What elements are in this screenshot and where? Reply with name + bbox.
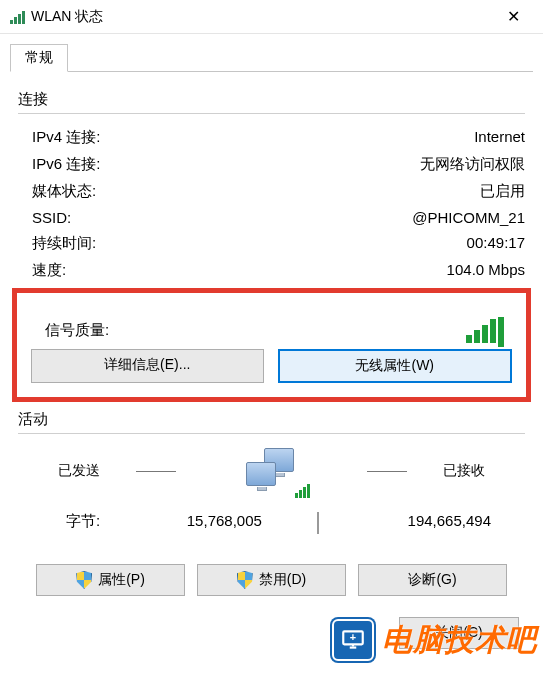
network-monitors-icon <box>242 448 302 494</box>
highlight-box: 信号质量: 详细信息(E)... 无线属性(W) <box>12 288 531 402</box>
dash-right <box>367 471 407 472</box>
label-sent: 已发送 <box>58 462 100 480</box>
row-signal: 信号质量: <box>31 303 512 349</box>
row-ipv6: IPv6 连接: 无网络访问权限 <box>18 151 525 178</box>
activity-icon-group <box>212 448 332 494</box>
diagnose-button-label: 诊断(G) <box>408 571 456 589</box>
svg-rect-0 <box>343 631 363 644</box>
svg-rect-1 <box>350 647 357 649</box>
label-ssid: SSID: <box>18 209 71 226</box>
value-bytes-sent: 15,768,005 <box>154 512 294 534</box>
label-ipv6: IPv6 连接: <box>18 155 100 174</box>
label-duration: 持续时间: <box>18 234 96 253</box>
dash-left <box>136 471 176 472</box>
properties-button[interactable]: 属性(P) <box>36 564 185 596</box>
value-speed: 104.0 Mbps <box>447 261 525 280</box>
row-duration: 持续时间: 00:49:17 <box>18 230 525 257</box>
label-signal: 信号质量: <box>31 321 109 340</box>
tab-strip: 常规 <box>0 34 543 72</box>
label-speed: 速度: <box>18 261 66 280</box>
footer-close-wrap: 关闭(C) <box>399 617 519 649</box>
section-activity-wrap: 活动 已发送 已接收 字节: 15,768,005 194,665,494 <box>18 410 525 534</box>
mini-signal-icon <box>295 484 310 498</box>
row-media: 媒体状态: 已启用 <box>18 178 525 205</box>
row-ipv4: IPv4 连接: Internet <box>18 124 525 151</box>
properties-button-label: 属性(P) <box>98 571 145 589</box>
value-ipv4: Internet <box>474 128 525 147</box>
label-bytes: 字节: <box>52 512 132 534</box>
svg-text:+: + <box>350 631 356 643</box>
close-icon[interactable]: ✕ <box>493 7 533 26</box>
bottom-button-row: 属性(P) 禁用(D) 诊断(G) <box>18 564 525 596</box>
value-ssid: @PHICOMM_21 <box>412 209 525 226</box>
vertical-divider <box>317 512 319 534</box>
section-connection: 连接 <box>18 90 525 109</box>
button-row-details: 详细信息(E)... 无线属性(W) <box>31 349 512 383</box>
label-ipv4: IPv4 连接: <box>18 128 100 147</box>
window-title: WLAN 状态 <box>31 8 493 26</box>
diagnose-button[interactable]: 诊断(G) <box>358 564 507 596</box>
value-bytes-recv: 194,665,494 <box>341 512 491 534</box>
signal-bars-icon <box>466 317 504 343</box>
title-bar: WLAN 状态 ✕ <box>0 0 543 34</box>
disable-button-label: 禁用(D) <box>259 571 306 589</box>
shield-icon <box>237 571 253 589</box>
label-received: 已接收 <box>443 462 485 480</box>
close-button[interactable]: 关闭(C) <box>399 617 519 649</box>
shield-icon <box>76 571 92 589</box>
value-duration: 00:49:17 <box>467 234 525 253</box>
value-media: 已启用 <box>480 182 525 201</box>
row-bytes: 字节: 15,768,005 194,665,494 <box>18 494 525 534</box>
panel-content: 连接 IPv4 连接: Internet IPv6 连接: 无网络访问权限 媒体… <box>0 72 543 596</box>
section-activity: 活动 <box>18 410 525 429</box>
wifi-signal-icon <box>10 10 25 24</box>
activity-columns: 已发送 已接收 <box>18 444 525 494</box>
label-media: 媒体状态: <box>18 182 96 201</box>
tab-general[interactable]: 常规 <box>10 44 68 72</box>
row-ssid: SSID: @PHICOMM_21 <box>18 205 525 230</box>
value-ipv6: 无网络访问权限 <box>420 155 525 174</box>
wireless-properties-button[interactable]: 无线属性(W) <box>278 349 513 383</box>
row-speed: 速度: 104.0 Mbps <box>18 257 525 284</box>
disable-button[interactable]: 禁用(D) <box>197 564 346 596</box>
watermark-logo-icon: + <box>332 619 374 661</box>
details-button[interactable]: 详细信息(E)... <box>31 349 264 383</box>
